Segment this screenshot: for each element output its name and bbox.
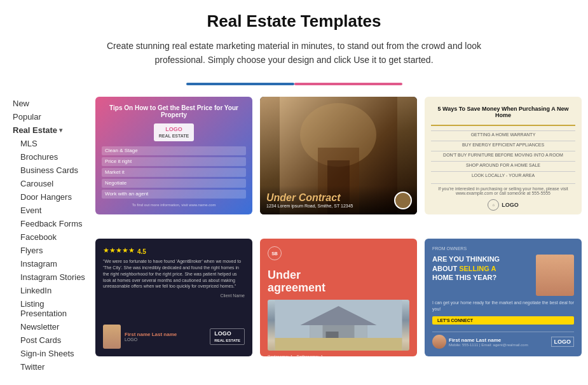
card-logo-circle: ⌂ <box>488 199 499 211</box>
sidebar-item-listing-presentation[interactable]: Listing Presentation <box>20 297 89 320</box>
divider-pink <box>294 83 402 85</box>
svg-rect-8 <box>310 325 323 338</box>
sidebar-item-feedback-forms[interactable]: Feedback Forms <box>20 217 89 230</box>
agent-avatar <box>394 192 412 209</box>
card-row: Work with an agent <box>102 190 246 199</box>
card-row: Clean & Stage <box>102 146 246 155</box>
sidebar: New Popular Real Estate ▾ MLS Brochures … <box>6 97 89 374</box>
client-label: Client Name <box>103 293 245 298</box>
reviewer-name: First name Last name <box>125 332 177 337</box>
svg-rect-10 <box>275 338 402 351</box>
card-logo-text: LOGO <box>502 202 519 208</box>
templates-grid: Tips On How to Get the Best Price for Yo… <box>95 97 582 374</box>
card-title: 5 Ways To Save Money When Purchasing A N… <box>431 106 575 118</box>
page-description: Create stunning real estate marketing ma… <box>97 39 491 67</box>
sidebar-item-popular[interactable]: Popular <box>13 110 89 123</box>
sidebar-item-linkedin[interactable]: LinkedIn <box>20 284 89 297</box>
divider-blue <box>186 83 294 85</box>
reviewer-avatar <box>103 325 121 349</box>
reviewer-row: First name Last name LOGO LOGOREAL ESTAT… <box>103 325 245 349</box>
sidebar-item-business-cards[interactable]: Business Cards <box>20 164 89 177</box>
template-card-agent-promo[interactable]: FROM OWNERS ARE YOU THINKINGABOUT SELLIN… <box>425 239 582 356</box>
card-footer-text: If you're interested in purchasing or se… <box>431 183 575 195</box>
agent-name: First name Last name <box>449 337 549 343</box>
card-line: LOOK LOCALLY - YOUR AREA <box>431 171 575 178</box>
house-image <box>268 300 409 351</box>
sidebar-item-instagram[interactable]: Instagram <box>20 257 89 270</box>
agent-photo <box>536 255 574 296</box>
card-headline: ARE YOU THINKINGABOUT SELLING AHOME THIS… <box>432 255 528 282</box>
card-logo: LOGO <box>551 337 575 347</box>
chevron-down-icon: ▾ <box>59 127 62 134</box>
sidebar-item-event[interactable]: Event <box>20 204 89 217</box>
card-line: SHOP AROUND FOR A HOME SALE <box>431 161 575 167</box>
sidebar-item-instagram-stories[interactable]: Instagram Stories <box>20 270 89 284</box>
sidebar-item-sign-in-sheets[interactable]: Sign-in Sheets <box>20 347 89 360</box>
property-details: Bedrooms: 1 Bathrooms: 1 100 sq ft <box>268 354 323 356</box>
card-address: 1234 Lorem ipsum Road, Smithe, ST 12345 <box>266 204 411 208</box>
sidebar-item-real-estate[interactable]: Real Estate ▾ <box>13 123 89 137</box>
page-header: Real Estate Templates Create stunning re… <box>0 0 588 83</box>
sidebar-item-brochures[interactable]: Brochures <box>20 150 89 164</box>
sidebar-item-new[interactable]: New <box>13 97 89 110</box>
sidebar-item-mls[interactable]: MLS <box>20 137 89 150</box>
cta-button[interactable]: LET'S CONNECT <box>432 316 574 325</box>
page-title: Real Estate Templates <box>13 11 575 31</box>
svg-rect-9 <box>355 325 367 338</box>
card-logo: LOGOREAL ESTATE <box>154 123 194 141</box>
card-divider <box>431 125 575 126</box>
main-layout: New Popular Real Estate ▾ MLS Brochures … <box>0 97 588 380</box>
card-text: Under Contract <box>266 192 411 204</box>
card-logo: LOGOREAL ESTATE <box>210 328 245 345</box>
card-overlay: Under Contract 1234 Lorem ipsum Road, Sm… <box>260 186 417 214</box>
card-logo-row: ⌂ LOGO <box>488 199 519 211</box>
card-top-label: FROM OWNERS <box>432 246 574 251</box>
card-line: DON'T BUY FURNITURE BEFORE MOVING INTO A… <box>431 151 575 157</box>
sidebar-item-newsletter[interactable]: Newsletter <box>20 320 89 333</box>
rating-value: 4.5 <box>137 248 146 255</box>
star-rating-icon: ★★★★★ <box>103 246 135 255</box>
card-footer: To find out more information, visit www.… <box>132 203 215 207</box>
card-line: GETTING A HOME WARRANTY <box>431 130 575 137</box>
review-text: "We were so fortunate to have found 'Age… <box>103 258 245 290</box>
card-row: Price it right <box>102 157 246 166</box>
card-body-text: I can get your home ready for the market… <box>432 300 574 312</box>
card-line: BUY ENERGY EFFICIENT APPLIANCES <box>431 141 575 147</box>
sidebar-item-flyers[interactable]: Flyers <box>20 244 89 257</box>
template-card-under-agreement[interactable]: SB Underagreement Bedrooms: 1 B <box>260 239 417 356</box>
reviewer-title: LOGO <box>125 337 177 342</box>
card-text: Underagreement <box>268 269 325 295</box>
agent-contact: Mobile: 555-1111 | Email: agent@realmail… <box>449 343 549 347</box>
template-card-5-ways[interactable]: 5 Ways To Save Money When Purchasing A N… <box>425 97 582 214</box>
sidebar-item-facebook[interactable]: Facebook <box>20 230 89 244</box>
card-logo-circle: SB <box>268 246 282 260</box>
divider-bar <box>186 83 402 85</box>
sidebar-item-post-cards[interactable]: Post Cards <box>20 333 89 347</box>
template-card-review[interactable]: ★★★★★ 4.5 "We were so fortunate to have … <box>95 239 252 356</box>
agent-info-row: First name Last name Mobile: 555-1111 | … <box>432 332 574 349</box>
sidebar-item-door-hangers[interactable]: Door Hangers <box>20 190 89 204</box>
card-row: Negotiate <box>102 179 246 188</box>
sidebar-item-carousel[interactable]: Carousel <box>20 177 89 190</box>
card-title: Tips On How to Get the Best Price for Yo… <box>102 104 246 118</box>
card-row: Market it <box>102 168 246 177</box>
agent-avatar-small <box>432 335 446 349</box>
template-card-under-contract[interactable]: Under Contract 1234 Lorem ipsum Road, Sm… <box>260 97 417 214</box>
sidebar-item-twitter[interactable]: Twitter <box>20 360 89 374</box>
template-card-tips-price[interactable]: Tips On How to Get the Best Price for Yo… <box>95 97 252 214</box>
